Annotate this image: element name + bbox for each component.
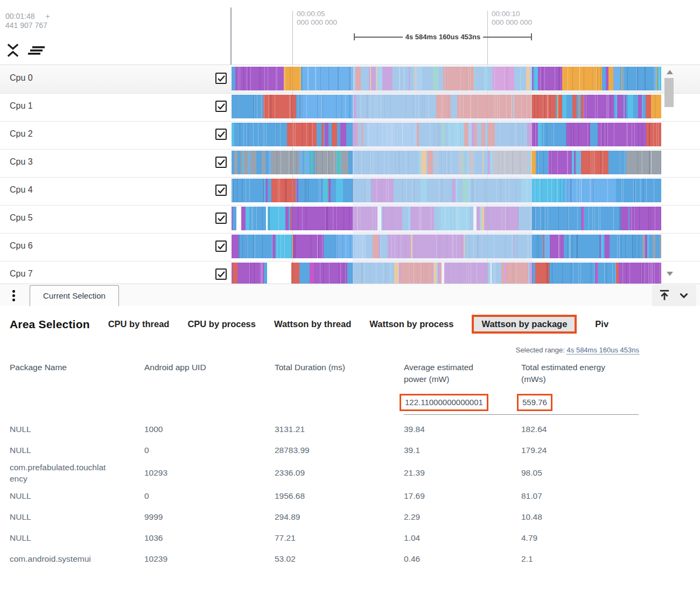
ruler-tick-label: 00:00:05 000 000 000: [297, 10, 337, 27]
aggregation-tab-cpu-by-thread[interactable]: CPU by thread: [108, 319, 170, 329]
aggregation-tab-piv[interactable]: Piv: [595, 319, 608, 329]
table-cell: 21.39: [404, 466, 521, 480]
track-row[interactable]: Cpu 4: [0, 178, 700, 206]
vertical-scrollbar[interactable]: [664, 66, 675, 284]
ruler-time: 00:01:48: [5, 12, 35, 20]
track-row[interactable]: Cpu 1: [0, 94, 700, 122]
track-label: Cpu 1: [10, 94, 33, 118]
aggregation-tab-wattson-by-process[interactable]: Wattson by process: [369, 319, 453, 329]
table-cell: 53.02: [275, 553, 404, 566]
table-cell: 294.89: [275, 511, 404, 524]
table-row: com.prefabulated.touchlatency102932336.0…: [0, 461, 652, 486]
track-label: Cpu 2: [10, 122, 33, 146]
track-row[interactable]: Cpu 6: [0, 234, 700, 261]
panel-title: Area Selection: [10, 318, 90, 331]
track-checkbox[interactable]: [215, 213, 227, 224]
tab-current-selection[interactable]: Current Selection: [30, 285, 119, 306]
collapse-panel-chevron-icon[interactable]: [677, 288, 691, 302]
viewport-start-timestamp: 00:01:48+ 441 907 767: [5, 12, 50, 30]
ruler-tick: [292, 11, 293, 65]
table-cell: 4.79: [521, 532, 652, 545]
aggregation-tab-wattson-by-thread[interactable]: Wattson by thread: [274, 319, 351, 329]
table-cell: 1036: [144, 532, 275, 545]
sum-average-power-highlighted: 122.11000000000001: [400, 394, 488, 411]
wattson-by-package-table: Package Name Android app UID Total Durat…: [0, 359, 652, 570]
table-row: NULL01956.6817.6981.07: [0, 486, 652, 507]
table-cell: NULL: [10, 490, 108, 503]
panel-menu-icon[interactable]: [11, 289, 16, 302]
table-header-row: Package Name Android app UID Total Durat…: [0, 359, 652, 415]
table-cell: com.android.systemui: [10, 553, 108, 566]
table-cell: 179.24: [521, 444, 652, 457]
track-row[interactable]: Cpu 0: [0, 66, 700, 94]
track-shell-divider: [230, 8, 232, 65]
track-checkbox[interactable]: [215, 268, 227, 280]
column-header-total-duration[interactable]: Total Duration (ms): [275, 359, 404, 415]
area-selection-overlay[interactable]: [353, 66, 532, 284]
table-cell: 0.46: [404, 553, 521, 566]
track-checkbox[interactable]: [215, 73, 227, 84]
table-cell: 17.69: [404, 490, 521, 503]
table-cell: 1.04: [404, 532, 521, 545]
track-row[interactable]: Cpu 3: [0, 150, 700, 178]
table-cell: NULL: [10, 423, 108, 436]
scrollbar-thumb[interactable]: [664, 78, 674, 107]
table-cell: NULL: [10, 511, 108, 524]
flame-sort-icon[interactable]: [28, 46, 45, 58]
table-cell: 39.1: [404, 444, 521, 457]
ruler-tick-label: 00:00:10 000 000 000: [492, 10, 532, 27]
table-cell: com.prefabulated.touchlatency: [10, 461, 108, 486]
table-cell: 182.64: [521, 423, 652, 436]
table-cell: 98.05: [521, 466, 652, 480]
track-row[interactable]: Cpu 5: [0, 206, 700, 234]
table-cell: 0: [144, 444, 275, 457]
scroll-up-arrow[interactable]: [667, 70, 673, 74]
scroll-down-arrow[interactable]: [667, 272, 673, 276]
aggregation-tab-cpu-by-process[interactable]: CPU by process: [187, 319, 256, 329]
selected-range: Selected range: 4s 584ms 160us 453ns: [0, 346, 639, 354]
track-label: Cpu 5: [10, 206, 33, 230]
track-checkbox[interactable]: [215, 101, 227, 112]
table-cell: 0: [144, 490, 275, 503]
track-row[interactable]: Cpu 2: [0, 122, 700, 150]
track-label: Cpu 4: [10, 178, 33, 202]
table-row: com.android.systemui1023953.020.462.1: [0, 549, 652, 570]
table-cell: 10239: [144, 553, 275, 566]
column-header-total-energy[interactable]: Total estimated energy (mWs) 559.76: [521, 359, 639, 415]
track-label: Cpu 0: [10, 66, 33, 90]
table-cell: 3131.21: [275, 423, 404, 436]
table-cell: 2336.09: [275, 466, 404, 480]
column-header-average-power[interactable]: Average estimated power (mW) 122.1100000…: [404, 359, 521, 415]
track-label: Cpu 3: [10, 150, 33, 174]
table-cell: 2.29: [404, 511, 521, 524]
column-header-package-name[interactable]: Package Name: [10, 359, 144, 415]
table-cell: NULL: [10, 444, 108, 457]
table-cell: 39.84: [404, 423, 521, 436]
track-checkbox[interactable]: [215, 129, 227, 140]
timeline-ruler[interactable]: 00:01:48+ 441 907 767 00:00:05 000 000 0…: [0, 0, 700, 65]
table-body: NULL10003131.2139.84182.64NULL028783.993…: [0, 419, 652, 570]
table-cell: 1000: [144, 423, 275, 436]
table-cell: 81.07: [521, 490, 652, 503]
table-cell: 1956.68: [275, 490, 404, 503]
table-cell: 10293: [144, 466, 275, 480]
track-checkbox[interactable]: [215, 157, 227, 168]
track-list: Cpu 0Cpu 1Cpu 2Cpu 3Cpu 4Cpu 5Cpu 6Cpu 7: [0, 66, 700, 284]
track-label: Cpu 7: [10, 261, 33, 284]
collapse-all-tracks-icon[interactable]: [6, 43, 19, 60]
track-checkbox[interactable]: [215, 185, 227, 196]
table-row: NULL9999294.892.2910.48: [0, 507, 652, 528]
expand-panel-icon[interactable]: [657, 288, 671, 302]
selection-duration-label: 4s 584ms 160us 453ns: [403, 33, 484, 41]
column-header-android-app-uid[interactable]: Android app UID: [144, 359, 275, 415]
selected-range-link[interactable]: 4s 584ms 160us 453ns: [567, 346, 639, 354]
table-cell: 2.1: [521, 553, 652, 566]
track-checkbox[interactable]: [215, 241, 227, 252]
aggregation-tab-wattson-by-package[interactable]: Wattson by package: [472, 315, 577, 334]
track-label: Cpu 6: [10, 234, 33, 258]
aggregation-tab-bar: Area Selection CPU by threadCPU by proce…: [10, 315, 700, 334]
table-cell: 9999: [144, 511, 275, 524]
track-row[interactable]: Cpu 7: [0, 261, 700, 284]
selected-range-label: Selected range:: [516, 346, 565, 354]
table-cell: 77.21: [275, 532, 404, 545]
